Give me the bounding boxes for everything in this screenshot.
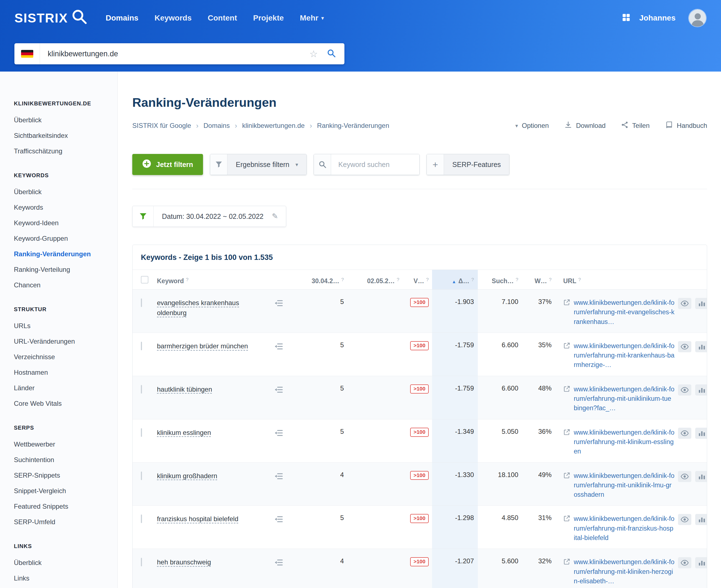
keyword-link[interactable]: barmherzigen brüder münchen	[157, 341, 248, 351]
row-checkbox[interactable]	[141, 298, 142, 307]
row-checkbox[interactable]	[141, 428, 142, 437]
keyword-link[interactable]: evangelisches krankenhaus oldenburg	[157, 298, 263, 318]
help-icon[interactable]: ?	[397, 277, 399, 282]
eye-icon-button[interactable]	[678, 514, 691, 525]
sidebar-item[interactable]: Verzeichnisse	[14, 349, 109, 365]
serp-features-button[interactable]: SERP-Features	[444, 154, 509, 175]
help-icon[interactable]: ?	[186, 277, 188, 282]
chart-icon-button[interactable]	[695, 471, 707, 482]
chart-icon-button[interactable]	[695, 557, 707, 568]
sidebar-item[interactable]: Suchintention	[14, 452, 109, 468]
sidebar-item[interactable]: SERP-Umfeld	[14, 514, 109, 530]
column-header-competition[interactable]: W…?	[519, 270, 553, 289]
result-url-link[interactable]: www.klinikbewertungen.de/klinik-forum/er…	[574, 514, 675, 543]
chart-icon-button[interactable]	[695, 514, 707, 525]
share-button[interactable]: Teilen	[621, 121, 650, 130]
help-icon[interactable]: ?	[341, 277, 344, 282]
sidebar-item[interactable]: Keyword-Gruppen	[14, 231, 109, 246]
result-url-link[interactable]: www.klinikbewertungen.de/klinik-forum/er…	[574, 341, 675, 370]
external-link-icon[interactable]	[563, 385, 570, 413]
sidebar-item[interactable]: Links	[14, 570, 109, 586]
row-checkbox[interactable]	[141, 558, 142, 566]
keyword-link[interactable]: franziskus hospital bielefeld	[157, 514, 238, 524]
country-selector[interactable]	[15, 43, 40, 64]
row-checkbox[interactable]	[141, 342, 142, 350]
serp-preview-icon[interactable]	[275, 429, 283, 438]
sidebar-item[interactable]: Ranking-Veränderungen	[14, 246, 109, 262]
sistrix-logo[interactable]: SISTRIX	[15, 8, 88, 28]
domain-search-input[interactable]	[40, 50, 310, 58]
chart-icon-button[interactable]	[695, 341, 707, 352]
keyword-search-input[interactable]	[331, 154, 419, 175]
sidebar-item[interactable]: Core Web Vitals	[14, 396, 109, 411]
handbook-button[interactable]: Handbuch	[665, 121, 707, 130]
breadcrumb-link[interactable]: Ranking-Veränderungen	[317, 122, 389, 129]
select-all-checkbox[interactable]	[141, 276, 148, 284]
options-button[interactable]: ▾ Optionen	[515, 122, 549, 129]
external-link-icon[interactable]	[563, 342, 570, 370]
sidebar-item[interactable]: Keyword-Ideen	[14, 215, 109, 231]
eye-icon-button[interactable]	[678, 298, 691, 309]
sidebar-item[interactable]: Featured Snippets	[14, 499, 109, 514]
serp-preview-icon[interactable]	[275, 386, 283, 395]
keyword-link[interactable]: klinikum großhadern	[157, 471, 217, 481]
sidebar-item[interactable]: Chancen	[14, 277, 109, 293]
external-link-icon[interactable]	[563, 299, 570, 327]
sidebar-item[interactable]: Überblick	[14, 112, 109, 128]
download-button[interactable]: Download	[564, 121, 606, 130]
external-link-icon[interactable]	[563, 472, 570, 500]
star-icon[interactable]: ☆	[310, 49, 318, 59]
nav-item[interactable]: Mehr ▾	[300, 14, 324, 22]
sidebar-item[interactable]: Snippet-Vergleich	[14, 483, 109, 499]
nav-item[interactable]: Projekte ▾	[253, 14, 284, 22]
plus-icon-button[interactable]: +	[427, 154, 444, 175]
column-header-search-volume[interactable]: Such…?	[478, 270, 519, 289]
filter-now-button[interactable]: Jetzt filtern	[132, 154, 203, 175]
column-header-url[interactable]: URL?	[553, 270, 707, 289]
column-header-date2[interactable]: 02.05.2…?	[345, 270, 401, 289]
help-icon[interactable]: ?	[471, 277, 474, 282]
serp-preview-icon[interactable]	[275, 516, 283, 524]
sidebar-item[interactable]: Keywords	[14, 200, 109, 215]
serp-preview-icon[interactable]	[275, 472, 283, 482]
sidebar-item[interactable]: Trafficschätzung	[14, 143, 109, 159]
column-header-date1[interactable]: 30.04.2…?	[287, 270, 345, 289]
eye-icon-button[interactable]	[678, 384, 691, 396]
result-url-link[interactable]: www.klinikbewertungen.de/klinik-forum/er…	[574, 557, 675, 586]
external-link-icon[interactable]	[563, 558, 570, 586]
search-icon-button[interactable]	[314, 154, 331, 175]
sidebar-item[interactable]: Länder	[14, 380, 109, 396]
funnel-icon-button[interactable]	[210, 154, 227, 175]
keyword-link[interactable]: hautklinik tübingen	[157, 384, 212, 394]
nav-item[interactable]: Domains ▾	[106, 14, 139, 22]
help-icon[interactable]: ?	[426, 277, 429, 282]
keyword-link[interactable]: klinikum esslingen	[157, 428, 211, 438]
nav-item[interactable]: Keywords ▾	[154, 14, 192, 22]
help-icon[interactable]: ?	[578, 277, 581, 282]
username[interactable]: Johannes	[639, 14, 676, 22]
sidebar-item[interactable]: Ranking-Verteilung	[14, 262, 109, 277]
eye-icon-button[interactable]	[678, 471, 691, 482]
chart-icon-button[interactable]	[695, 428, 707, 439]
keyword-link[interactable]: heh braunschweig	[157, 557, 211, 567]
sidebar-item[interactable]: Wettbewerber	[14, 437, 109, 452]
sidebar-item[interactable]: Überblick	[14, 555, 109, 570]
column-header-v[interactable]: V…?	[401, 270, 432, 289]
breadcrumb-link[interactable]: Domains	[204, 122, 230, 129]
apps-grid-icon[interactable]	[621, 13, 631, 23]
chart-icon-button[interactable]	[695, 384, 707, 396]
sidebar-item[interactable]: SERP-Snippets	[14, 468, 109, 483]
help-icon[interactable]: ?	[549, 277, 552, 282]
results-filter-dropdown[interactable]: Ergebnisse filtern ▾	[227, 154, 306, 175]
serp-preview-icon[interactable]	[275, 299, 283, 309]
external-link-icon[interactable]	[563, 515, 570, 543]
external-link-icon[interactable]	[563, 428, 570, 456]
eye-icon-button[interactable]	[678, 557, 691, 568]
breadcrumb-link[interactable]: SISTRIX für Google	[132, 122, 191, 129]
help-icon[interactable]: ?	[516, 277, 518, 282]
breadcrumb-link[interactable]: klinikbewertungen.de	[242, 122, 304, 129]
sidebar-item[interactable]: URL-Veränderungen	[14, 334, 109, 349]
serp-preview-icon[interactable]	[275, 559, 283, 568]
sidebar-item[interactable]: Sichtbarkeitsindex	[14, 128, 109, 143]
sidebar-item[interactable]: Überblick	[14, 184, 109, 200]
